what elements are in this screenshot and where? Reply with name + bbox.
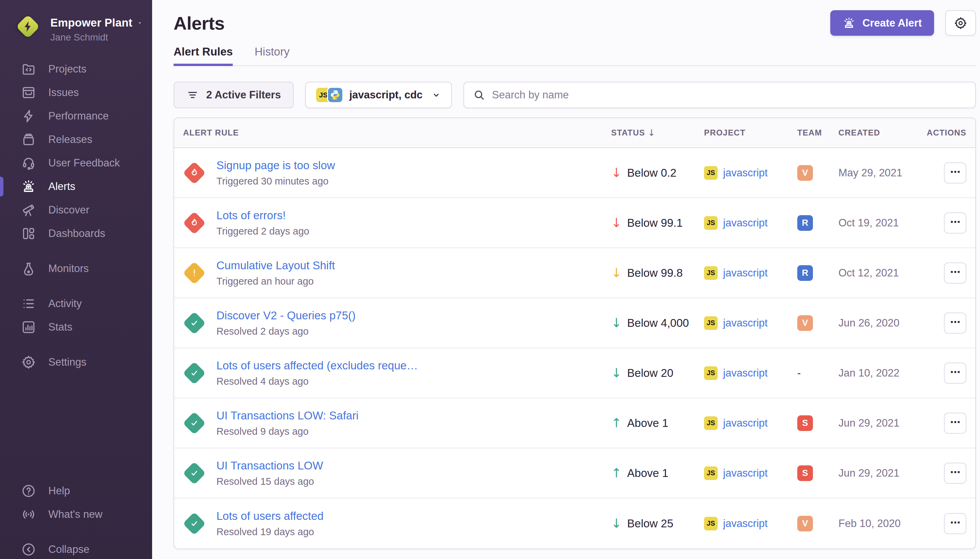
alert-rule-link[interactable]: UI Transactions LOW: Safari [216, 409, 359, 422]
sidebar-item-discover[interactable]: Discover [0, 198, 152, 222]
issues-icon [21, 85, 36, 100]
alert-rule-link[interactable]: Signup page is too slow [216, 159, 335, 172]
sidebar-item-settings[interactable]: Settings [0, 350, 152, 374]
sidebar-item-performance[interactable]: Performance [0, 104, 152, 128]
table-row: Cumulative Layout Shift Triggered an hou… [174, 248, 975, 298]
status-value: Below 99.1 [627, 217, 683, 230]
performance-icon [21, 109, 36, 124]
sidebar-footer: Help What's new Collapse [0, 479, 152, 559]
column-team: Team [797, 128, 838, 137]
sidebar-item-issues[interactable]: Issues [0, 81, 152, 104]
column-status[interactable]: Status↓ [611, 128, 704, 138]
team-avatar: V [797, 315, 813, 331]
project-link[interactable]: javascript [723, 317, 768, 329]
column-created: Created [838, 128, 913, 137]
releases-icon [21, 132, 36, 147]
trend-arrow-icon: ↓ [611, 517, 622, 530]
sidebar-item-monitors[interactable]: Monitors [0, 257, 152, 280]
column-alert-rule: Alert Rule [183, 128, 611, 137]
sidebar-item-user-feedback[interactable]: User Feedback [0, 151, 152, 175]
tab-history[interactable]: History [254, 45, 290, 65]
tab-bar: Alert Rules History [173, 45, 976, 66]
row-actions-button[interactable]: ⋯ [944, 162, 967, 184]
team-avatar: S [797, 465, 813, 481]
row-actions-button[interactable]: ⋯ [944, 212, 967, 233]
alert-rule-link[interactable]: UI Transactions LOW [216, 459, 323, 472]
sidebar-item-projects[interactable]: Projects [0, 57, 152, 81]
activity-icon [21, 296, 36, 311]
alert-rule-subtitle: Triggered an hour ago [216, 276, 335, 287]
trend-arrow-icon: ↓ [611, 266, 622, 279]
siren-icon [843, 17, 855, 30]
alert-settings-button[interactable] [945, 10, 976, 36]
status-value: Above 1 [627, 467, 668, 480]
active-filters-button[interactable]: 2 Active Filters [173, 82, 294, 108]
row-actions-button[interactable]: ⋯ [944, 463, 967, 484]
row-actions-button[interactable]: ⋯ [944, 313, 967, 334]
project-link[interactable]: javascript [723, 367, 768, 379]
org-switcher[interactable]: Empower Plant Jane Schmidt [0, 0, 152, 43]
gear-icon [21, 355, 36, 370]
column-actions: Actions [913, 128, 967, 137]
table-header: Alert Rule Status↓ Project Team Created … [174, 118, 975, 148]
alert-rule-link[interactable]: Lots of users affected [216, 509, 323, 523]
create-alert-label: Create Alert [862, 17, 922, 29]
created-date: May 29, 2021 [838, 167, 913, 179]
sidebar-item-releases[interactable]: Releases [0, 128, 152, 151]
created-date: Oct 19, 2021 [838, 217, 913, 229]
broadcast-icon [21, 507, 36, 522]
alert-rule-link[interactable]: Discover V2 - Queries p75() [216, 309, 356, 322]
trend-arrow-icon: ↓ [611, 317, 622, 329]
create-alert-button[interactable]: Create Alert [830, 10, 934, 36]
created-date: Feb 10, 2020 [838, 518, 913, 530]
sidebar-item-stats[interactable]: Stats [0, 315, 152, 339]
search-input[interactable] [492, 89, 967, 101]
platform-js-badge: JS [704, 216, 718, 230]
trend-arrow-icon: ↑ [611, 417, 622, 429]
severity-icon [183, 462, 206, 485]
platform-js-badge: JS [704, 366, 718, 380]
project-link[interactable]: javascript [723, 167, 768, 179]
alert-rule-subtitle: Resolved 4 days ago [216, 376, 418, 387]
sidebar-item-what-s-new[interactable]: What's new [0, 503, 152, 526]
sidebar-item-help[interactable]: Help [0, 479, 152, 503]
severity-icon [183, 513, 206, 535]
alert-rule-link[interactable]: Lots of errors! [216, 209, 309, 222]
status-value: Below 0.2 [627, 167, 676, 179]
created-date: Oct 12, 2021 [838, 267, 913, 279]
feedback-icon [21, 155, 36, 170]
project-link[interactable]: javascript [723, 417, 768, 429]
sidebar-item-dashboards[interactable]: Dashboards [0, 222, 152, 245]
row-actions-button[interactable]: ⋯ [944, 362, 967, 384]
project-link[interactable]: javascript [723, 518, 768, 530]
alert-rule-subtitle: Triggered 30 minutes ago [216, 176, 335, 187]
alert-rule-subtitle: Resolved 19 days ago [216, 526, 323, 538]
table-row: UI Transactions LOW: Safari Resolved 9 d… [174, 398, 975, 448]
platform-js-badge: JS [704, 166, 718, 180]
alert-rules-table: Alert Rule Status↓ Project Team Created … [173, 117, 976, 549]
project-link[interactable]: javascript [723, 267, 768, 279]
row-actions-button[interactable]: ⋯ [944, 263, 967, 284]
table-row: UI Transactions LOW Resolved 15 days ago… [174, 448, 975, 498]
team-avatar: R [797, 215, 813, 231]
alert-rule-link[interactable]: Cumulative Layout Shift [216, 259, 335, 272]
dashboards-icon [21, 226, 36, 241]
status-value: Below 20 [627, 367, 673, 380]
project-link[interactable]: javascript [723, 467, 768, 480]
sidebar-item-alerts[interactable]: Alerts [0, 175, 152, 198]
tab-alert-rules[interactable]: Alert Rules [173, 45, 233, 65]
created-date: Jan 10, 2022 [838, 367, 913, 379]
row-actions-button[interactable]: ⋯ [944, 513, 967, 534]
severity-icon [183, 162, 206, 184]
created-date: Jun 26, 2020 [838, 317, 913, 329]
sidebar-item-activity[interactable]: Activity [0, 292, 152, 315]
table-row: Lots of users affected Resolved 19 days … [174, 498, 975, 549]
project-link[interactable]: javascript [723, 217, 768, 229]
platform-js-badge: JS [704, 266, 718, 280]
project-selector[interactable]: JS javascript, cdc [305, 82, 452, 108]
alert-rule-link[interactable]: Lots of users affected (excludes reque… [216, 359, 418, 372]
org-logo [16, 15, 41, 40]
monitors-icon [21, 261, 36, 276]
row-actions-button[interactable]: ⋯ [944, 413, 967, 434]
sidebar-item-collapse[interactable]: Collapse [0, 538, 152, 559]
